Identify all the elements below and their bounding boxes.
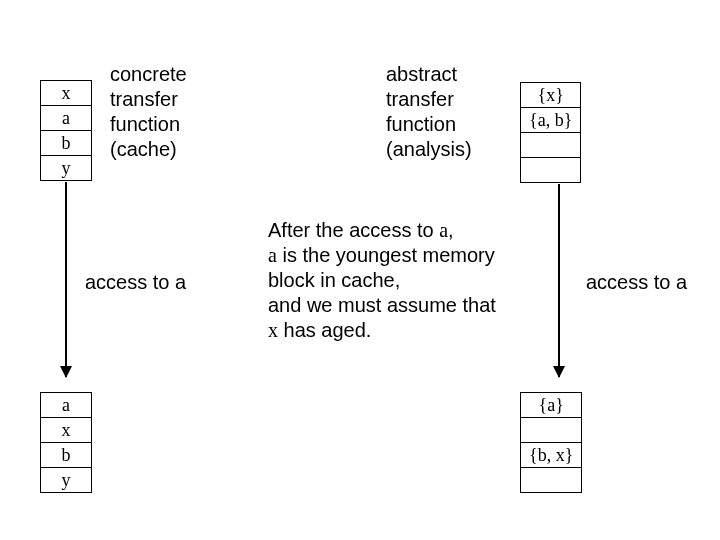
concrete-top-box: x a b y: [40, 80, 92, 181]
concrete-action: access to a: [85, 270, 186, 295]
cell: {a}: [521, 393, 581, 418]
cell: b: [41, 443, 91, 468]
abstract-top-box: {x} {a, b}: [520, 82, 581, 183]
abstract-action: access to a: [586, 270, 687, 295]
cell: [521, 468, 581, 492]
abstract-bottom-box: {a} {b, x}: [520, 392, 582, 493]
cell: y: [41, 156, 91, 180]
cell: {x}: [521, 83, 580, 108]
cell: y: [41, 468, 91, 492]
cell: {b, x}: [521, 443, 581, 468]
cell: x: [41, 418, 91, 443]
cell: x: [41, 81, 91, 106]
concrete-bottom-box: a x b y: [40, 392, 92, 493]
concrete-label: concrete transfer function (cache): [110, 62, 187, 162]
cell: a: [41, 393, 91, 418]
cell: [521, 418, 581, 443]
explanation-text: After the access to a, a is the youngest…: [268, 218, 578, 343]
cell: b: [41, 131, 91, 156]
cell: {a, b}: [521, 108, 580, 133]
cell: a: [41, 106, 91, 131]
cell: [521, 133, 580, 158]
abstract-label: abstract transfer function (analysis): [386, 62, 472, 162]
cell: [521, 158, 580, 182]
arrow-icon: [65, 182, 67, 377]
